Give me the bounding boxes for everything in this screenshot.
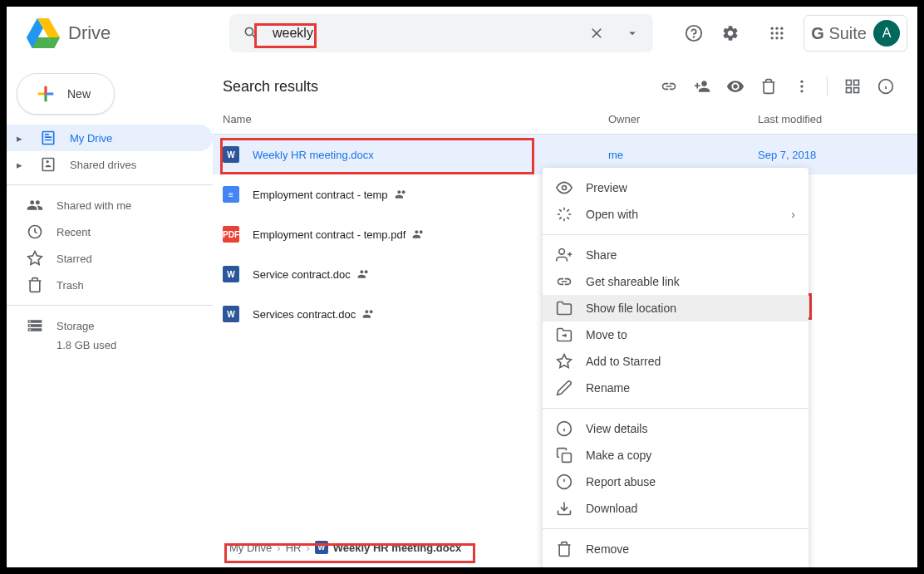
menu-item-label: View details [586, 422, 647, 435]
menu-item-show-file-location[interactable]: Show file location [543, 295, 808, 321]
preview-icon[interactable] [720, 71, 750, 101]
sidebar-item-label: My Drive [70, 132, 112, 145]
file-name-text: Employment contract - temp [253, 189, 388, 201]
sidebar-item-label: Recent [57, 226, 91, 238]
breadcrumb: My Drive › HR › W Weekly HR meeting.docx [223, 537, 468, 557]
menu-item-add-to-starred[interactable]: Add to Starred [543, 348, 808, 375]
menu-item-report-abuse[interactable]: Report abuse [543, 469, 808, 495]
breadcrumb-item[interactable]: My Drive [229, 542, 272, 554]
svg-point-4 [780, 27, 783, 30]
shared-drives-icon [40, 156, 57, 173]
settings-icon[interactable] [714, 17, 747, 50]
shared-with-me-icon [27, 197, 43, 213]
menu-divider [543, 528, 808, 529]
shared-icon [357, 267, 371, 281]
file-name-text: Services contract.doc [253, 308, 356, 321]
more-actions-icon[interactable] [787, 71, 817, 101]
svg-rect-18 [854, 88, 859, 93]
column-name[interactable]: Name [223, 113, 608, 125]
search-icon[interactable] [236, 18, 266, 48]
svg-point-3 [776, 27, 779, 30]
word-file-icon: W [315, 541, 328, 554]
file-owner: me [608, 149, 758, 161]
word-file-icon: W [223, 266, 239, 282]
breadcrumb-item-current[interactable]: W Weekly HR meeting.docx [315, 541, 461, 554]
sidebar-item-my-drive[interactable]: ▸ My Drive [7, 125, 213, 151]
share-icon[interactable] [687, 71, 717, 101]
sidebar-item-shared-drives[interactable]: ▸ Shared drives [7, 151, 213, 178]
svg-rect-29 [563, 454, 572, 463]
menu-item-label: Rename [586, 381, 630, 395]
drive-logo[interactable]: Drive [17, 17, 216, 50]
page-title: Search results [223, 78, 654, 96]
file-name-text: Weekly HR meeting.docx [253, 149, 374, 161]
view-details-icon[interactable] [871, 71, 901, 101]
svg-point-13 [800, 85, 803, 87]
svg-point-12 [800, 81, 803, 83]
new-button[interactable]: New [17, 73, 115, 115]
svg-point-14 [800, 90, 803, 92]
svg-point-23 [559, 249, 565, 255]
help-icon[interactable] [677, 17, 710, 50]
delete-icon[interactable] [754, 71, 784, 101]
search-input[interactable] [273, 26, 575, 41]
menu-item-remove[interactable]: Remove [543, 536, 808, 562]
storage-icon [27, 317, 43, 334]
search-clear-icon[interactable] [582, 18, 612, 48]
sidebar-item-recent[interactable]: Recent [7, 218, 213, 245]
star-icon [556, 353, 573, 370]
menu-item-label: Share [586, 248, 617, 262]
avatar[interactable]: A [873, 20, 900, 47]
menu-item-open-with[interactable]: Open with › [543, 201, 808, 228]
report-icon [556, 473, 573, 490]
chevron-right-icon: › [306, 542, 309, 554]
sidebar-item-storage[interactable]: Storage [7, 312, 213, 339]
menu-item-label: Report abuse [586, 475, 656, 488]
svg-point-22 [563, 186, 567, 190]
my-drive-icon [40, 130, 57, 146]
copy-icon [556, 447, 573, 464]
sidebar-item-label: Shared drives [70, 159, 136, 171]
file-modified: Sep 7, 2018 [758, 149, 907, 161]
menu-item-label: Make a copy [586, 449, 651, 462]
plus-icon [34, 82, 57, 105]
column-modified[interactable]: Last modified [758, 113, 907, 125]
search-options-icon[interactable] [618, 19, 646, 47]
menu-item-label: Move to [586, 328, 627, 341]
trash-icon [556, 541, 573, 557]
menu-item-view-details[interactable]: View details [543, 415, 808, 442]
menu-item-share[interactable]: Share [543, 242, 808, 268]
menu-item-preview[interactable]: Preview [543, 174, 808, 201]
sidebar-item-trash[interactable]: Trash [7, 272, 213, 298]
apps-grid-icon[interactable] [760, 17, 794, 50]
menu-item-label: Get shareable link [586, 275, 680, 288]
breadcrumb-item[interactable]: HR [286, 542, 302, 554]
menu-item-label: Remove [586, 542, 629, 556]
sidebar-item-shared-with-me[interactable]: Shared with me [7, 192, 213, 218]
eye-icon [556, 179, 573, 196]
gdoc-file-icon: ≡ [223, 186, 239, 203]
storage-used: 1.8 GB used [7, 339, 213, 351]
menu-item-move-to[interactable]: Move to [543, 321, 808, 348]
person-add-icon [556, 247, 573, 263]
gsuite-label: G Suite [811, 24, 867, 43]
folder-icon [556, 300, 573, 316]
view-grid-icon[interactable] [838, 71, 867, 101]
svg-point-5 [771, 32, 774, 34]
menu-item-get-shareable-link[interactable]: Get shareable link [543, 268, 808, 295]
svg-rect-17 [847, 88, 852, 93]
file-name-text: Employment contract - temp.pdf [253, 228, 405, 241]
context-menu: Preview Open with › Share Get shareable … [543, 168, 808, 567]
menu-item-make-a-copy[interactable]: Make a copy [543, 442, 808, 469]
get-link-icon[interactable] [654, 71, 684, 101]
search-bar[interactable] [229, 14, 653, 52]
menu-divider [543, 408, 808, 409]
column-owner[interactable]: Owner [608, 113, 758, 125]
menu-item-label: Add to Starred [586, 355, 661, 368]
menu-item-rename[interactable]: Rename [543, 375, 808, 401]
word-file-icon: W [223, 146, 239, 163]
open-with-icon [556, 206, 573, 223]
gsuite-badge[interactable]: G Suite A [804, 15, 907, 52]
sidebar-item-starred[interactable]: Starred [7, 245, 213, 272]
menu-item-download[interactable]: Download [543, 495, 808, 522]
